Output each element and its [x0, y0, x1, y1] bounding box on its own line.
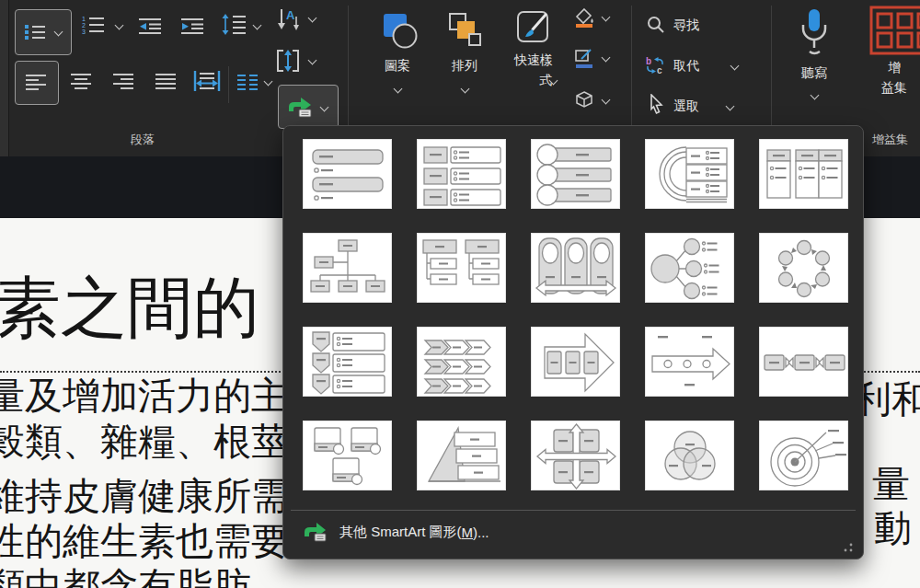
- distribute-text-button[interactable]: [193, 69, 221, 97]
- smartart-chevron-accent-process[interactable]: [417, 327, 506, 397]
- svg-text:1: 1: [82, 16, 86, 22]
- svg-text:c: c: [657, 65, 662, 75]
- line-spacing-icon: [221, 14, 247, 36]
- text-direction-chevron-icon[interactable]: [308, 14, 317, 23]
- smartart-grouped-list[interactable]: [759, 139, 848, 209]
- svg-text:A: A: [286, 8, 295, 22]
- line-spacing-button[interactable]: [221, 14, 247, 40]
- align-center-icon: [70, 73, 92, 89]
- svg-text:2: 2: [82, 22, 86, 29]
- menu-separator: [291, 510, 856, 511]
- smartart-vertical-curved-list[interactable]: [645, 139, 734, 209]
- smartart-titled-picture-blocks[interactable]: [303, 421, 392, 490]
- columns-button[interactable]: [236, 74, 259, 94]
- bullets-button[interactable]: [15, 9, 72, 55]
- shape-outline-chevron-icon[interactable]: [602, 53, 611, 63]
- select-button[interactable]: [648, 94, 666, 120]
- text-line: 性的維生素也需要: [0, 519, 289, 564]
- smartart-horizontal-labeled-hierarchy[interactable]: [417, 233, 506, 303]
- resize-grip[interactable]: [843, 540, 854, 557]
- addins-grid-icon: [869, 6, 920, 55]
- slide-paragraph-2[interactable]: 維持皮膚健康所需 性的維生素也需要 類中都含有脂肪。: [0, 474, 289, 588]
- find-icon: [646, 15, 666, 35]
- numbering-chevron-icon[interactable]: [115, 21, 124, 30]
- smartart-arrow-process[interactable]: [531, 327, 620, 397]
- find-label[interactable]: 尋找: [673, 17, 699, 33]
- smartart-nested-target[interactable]: [759, 421, 848, 490]
- text-direction-button[interactable]: A: [276, 7, 302, 35]
- smartart-diverging-arrows-matrix[interactable]: [531, 421, 620, 490]
- columns-chevron-icon[interactable]: [264, 77, 273, 86]
- smartart-button[interactable]: [278, 85, 339, 129]
- text-direction-icon: A: [276, 7, 302, 31]
- increase-indent-button[interactable]: [180, 17, 204, 39]
- smartart-vertical-box-list[interactable]: [303, 139, 392, 209]
- shape-effects-chevron-icon[interactable]: [602, 96, 611, 105]
- justify-button[interactable]: [155, 73, 177, 93]
- smartart-vertical-picture-accent-list[interactable]: [531, 139, 620, 209]
- find-button[interactable]: [646, 15, 666, 39]
- smartart-counterbalance-arrows-list[interactable]: [531, 233, 620, 303]
- shape-fill-button[interactable]: [574, 7, 594, 31]
- align-right-icon: [112, 73, 134, 89]
- replace-icon: b c: [644, 55, 666, 75]
- chevron-down-icon: [54, 28, 63, 37]
- shapes-label: 圖案: [364, 57, 431, 74]
- replace-chevron-icon[interactable]: [730, 62, 740, 71]
- microphone-icon: [800, 7, 828, 59]
- right-edge-text-fragment: 動: [874, 503, 912, 554]
- columns-icon: [236, 74, 259, 90]
- line-spacing-chevron-icon[interactable]: [253, 21, 262, 30]
- replace-button[interactable]: b c: [644, 55, 666, 79]
- distribute-text-icon: [193, 69, 221, 93]
- align-center-button[interactable]: [70, 73, 92, 93]
- numbering-button[interactable]: 123: [81, 15, 105, 39]
- shape-fill-icon: [574, 7, 594, 28]
- smartart-basic-venn[interactable]: [645, 421, 734, 490]
- select-label[interactable]: 選取: [673, 98, 699, 114]
- select-icon: [648, 94, 666, 116]
- menuitem-text-prefix: 其他 SmartArt 圖形(: [339, 524, 462, 541]
- smartart-gallery-grid: [303, 139, 848, 490]
- smartart-horizontal-bullet-list[interactable]: [417, 139, 506, 209]
- align-left-button[interactable]: [15, 61, 59, 105]
- decrease-indent-icon: [138, 17, 162, 35]
- smartart-step-process[interactable]: [759, 327, 848, 397]
- align-text-button[interactable]: [276, 48, 300, 77]
- align-text-icon: [276, 48, 300, 74]
- chevron-down-icon: [394, 85, 403, 94]
- smartart-basic-cycle[interactable]: [759, 233, 848, 303]
- addins-group-label: 增益集: [872, 132, 908, 148]
- text-line: 維持皮膚健康所需: [0, 474, 289, 519]
- shape-effects-button[interactable]: [574, 90, 594, 114]
- quick-styles-label-line1: 快速樣: [499, 52, 569, 68]
- arrange-icon: [446, 11, 483, 50]
- more-smartart-graphics-menuitem[interactable]: 其他 SmartArt 圖形(M)...: [283, 516, 863, 548]
- quick-styles-label-line2: 式: [506, 72, 552, 88]
- smartart-pyramid-list[interactable]: [417, 421, 506, 490]
- shapes-icon: [379, 11, 420, 50]
- numbering-icon: 123: [81, 15, 105, 35]
- smartart-icon: [304, 522, 328, 542]
- decrease-indent-button[interactable]: [138, 17, 162, 39]
- smartart-radial-list[interactable]: [645, 233, 734, 303]
- smartart-organization-chart[interactable]: [303, 233, 392, 303]
- text-line: 類中都含有脂肪。: [0, 564, 289, 588]
- replace-label[interactable]: 取代: [673, 57, 699, 74]
- svg-text:b: b: [646, 56, 651, 66]
- text-line: 量及增加活力的主: [0, 373, 289, 419]
- divider: [228, 66, 229, 103]
- shape-fill-chevron-icon[interactable]: [602, 13, 611, 22]
- smartart-icon: [287, 96, 313, 118]
- slide-heading-fragment[interactable]: 素之間的: [0, 271, 259, 345]
- smartart-circle-accent-timeline[interactable]: [645, 327, 734, 397]
- justify-icon: [155, 73, 177, 89]
- align-right-button[interactable]: [112, 73, 134, 93]
- select-chevron-icon[interactable]: [726, 102, 735, 111]
- smartart-vertical-chevron-list[interactable]: [303, 327, 392, 397]
- paragraph-group-label: 段落: [0, 132, 285, 148]
- slide-paragraph-1[interactable]: 量及增加活力的主 穀類、雜糧、根莖: [0, 373, 289, 465]
- addins-button[interactable]: [869, 6, 920, 57]
- align-text-chevron-icon[interactable]: [308, 56, 317, 65]
- shape-outline-button[interactable]: [574, 48, 594, 72]
